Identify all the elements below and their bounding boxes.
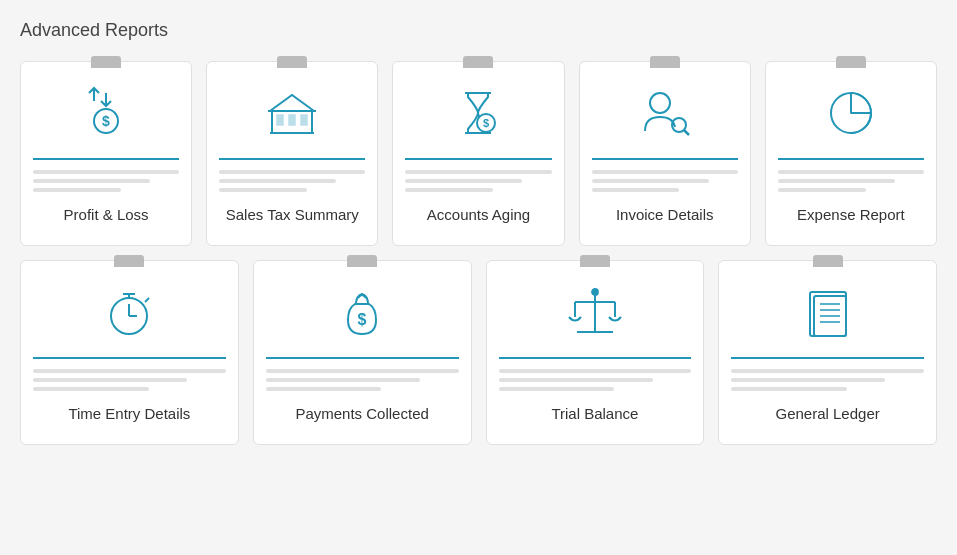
card-label-accounts-aging: Accounts Aging — [427, 204, 530, 225]
card-label-sales-tax-summary: Sales Tax Summary — [226, 204, 359, 225]
card-line — [405, 179, 522, 183]
card-line — [499, 369, 692, 373]
card-payments-collected[interactable]: Payments Collected — [253, 260, 472, 445]
card-divider — [33, 357, 226, 359]
card-general-ledger[interactable]: General Ledger — [718, 260, 937, 445]
card-line — [219, 188, 307, 192]
card-divider — [405, 158, 551, 160]
card-trial-balance[interactable]: Trial Balance — [486, 260, 705, 445]
card-line — [405, 188, 493, 192]
card-line — [266, 369, 459, 373]
card-lines — [731, 369, 924, 391]
card-divider — [731, 357, 924, 359]
card-time-entry-details[interactable]: Time Entry Details — [20, 260, 239, 445]
card-lines — [33, 369, 226, 391]
card-label-expense-report: Expense Report — [797, 204, 905, 225]
card-profit-loss[interactable]: Profit & Loss — [20, 61, 192, 246]
card-lines — [33, 170, 179, 192]
card-line — [592, 170, 738, 174]
card-label-trial-balance: Trial Balance — [551, 403, 638, 424]
accounts-aging-icon — [443, 78, 513, 148]
card-label-profit-loss: Profit & Loss — [64, 204, 149, 225]
card-label-invoice-details: Invoice Details — [616, 204, 714, 225]
card-line — [266, 387, 382, 391]
card-invoice-details[interactable]: Invoice Details — [579, 61, 751, 246]
card-line — [266, 378, 420, 382]
card-label-time-entry-details: Time Entry Details — [68, 403, 190, 424]
card-line — [33, 378, 187, 382]
invoice-details-icon — [630, 78, 700, 148]
card-divider — [33, 158, 179, 160]
card-line — [33, 369, 226, 373]
page-title: Advanced Reports — [20, 20, 937, 41]
card-line — [778, 188, 866, 192]
card-line — [731, 387, 847, 391]
card-lines — [778, 170, 924, 192]
expense-report-icon — [816, 78, 886, 148]
card-accounts-aging[interactable]: Accounts Aging — [392, 61, 564, 246]
time-entry-icon — [94, 277, 164, 347]
card-line — [499, 378, 653, 382]
card-line — [499, 387, 615, 391]
card-sales-tax-summary[interactable]: Sales Tax Summary — [206, 61, 378, 246]
card-lines — [219, 170, 365, 192]
payments-icon — [327, 277, 397, 347]
card-divider — [266, 357, 459, 359]
card-divider — [778, 158, 924, 160]
profit-loss-icon — [71, 78, 141, 148]
card-line — [405, 170, 551, 174]
card-label-general-ledger: General Ledger — [776, 403, 880, 424]
card-line — [33, 387, 149, 391]
card-lines — [405, 170, 551, 192]
reports-grid-row1: Profit & LossSales Tax SummaryAccounts A… — [20, 61, 937, 246]
card-line — [778, 170, 924, 174]
trial-balance-icon — [560, 277, 630, 347]
card-divider — [499, 357, 692, 359]
card-divider — [592, 158, 738, 160]
card-line — [33, 170, 179, 174]
general-ledger-icon — [793, 277, 863, 347]
card-line — [731, 369, 924, 373]
card-line — [731, 378, 885, 382]
card-lines — [499, 369, 692, 391]
card-divider — [219, 158, 365, 160]
card-line — [778, 179, 895, 183]
card-line — [592, 179, 709, 183]
card-lines — [592, 170, 738, 192]
card-line — [33, 188, 121, 192]
card-line — [219, 179, 336, 183]
card-lines — [266, 369, 459, 391]
card-line — [219, 170, 365, 174]
card-line — [33, 179, 150, 183]
sales-tax-icon — [257, 78, 327, 148]
reports-grid-row2: Time Entry DetailsPayments CollectedTria… — [20, 260, 937, 445]
card-line — [592, 188, 680, 192]
card-label-payments-collected: Payments Collected — [295, 403, 428, 424]
card-expense-report[interactable]: Expense Report — [765, 61, 937, 246]
